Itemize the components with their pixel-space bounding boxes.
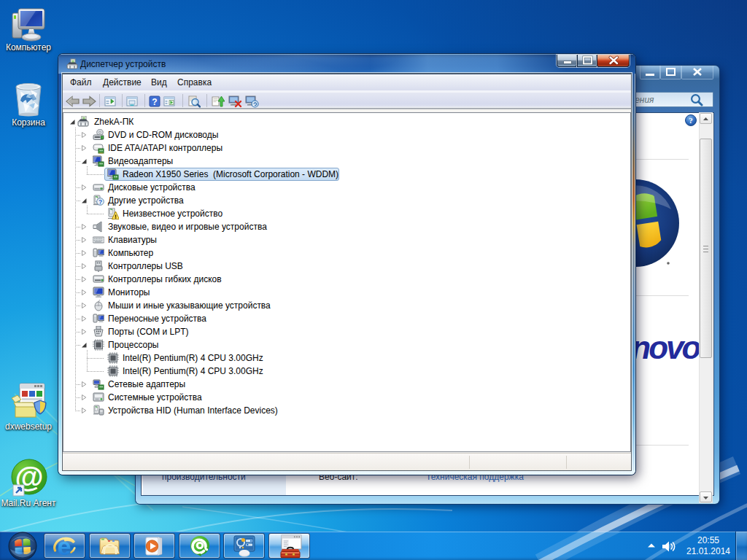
svg-text:?: ? <box>152 97 157 107</box>
svg-text:?: ? <box>689 116 693 125</box>
